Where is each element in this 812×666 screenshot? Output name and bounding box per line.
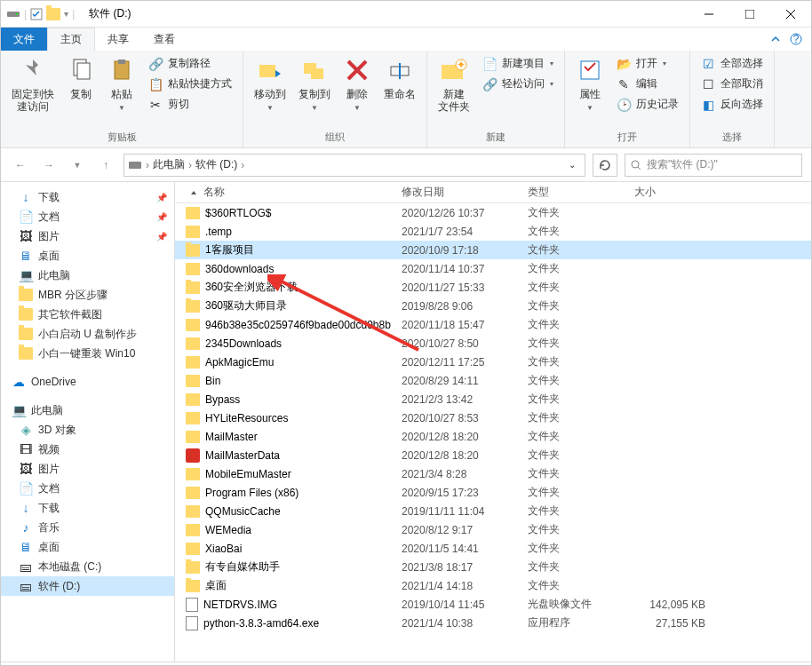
sidebar-this-pc[interactable]: 💻此电脑 xyxy=(1,266,174,285)
paste-button[interactable]: 粘贴 ▼ xyxy=(104,54,139,114)
table-row[interactable]: MailMaster2020/12/8 18:20文件夹 xyxy=(175,427,811,446)
breadcrumb-this-pc[interactable]: 此电脑 xyxy=(153,157,185,172)
chevron-right-icon[interactable]: › xyxy=(241,159,244,171)
table-row[interactable]: MobileEmuMaster2021/3/4 8:28文件夹 xyxy=(175,464,811,483)
sidebar-pictures[interactable]: 🖼图片📌 xyxy=(1,226,174,246)
table-row[interactable]: HYLiteResources2020/10/27 8:53文件夹 xyxy=(175,408,811,427)
file-rows[interactable]: $360RTLOG$2020/12/26 10:37文件夹.temp2021/1… xyxy=(175,203,811,662)
tab-home[interactable]: 主页 xyxy=(47,28,95,51)
file-type: 文件夹 xyxy=(528,429,634,444)
move-to-button[interactable]: 移动到 ▼ xyxy=(251,54,290,114)
delete-button[interactable]: 删除 ▼ xyxy=(339,54,375,114)
sidebar-d-drive[interactable]: 🖴软件 (D:) xyxy=(1,576,174,596)
recent-button[interactable]: ▼ xyxy=(67,155,88,176)
ribbon: 固定到快 速访问 复制 粘贴 ▼ 🔗复制路径 📋粘贴快捷方式 ✂剪切 剪贴板 xyxy=(1,51,811,148)
sidebar-this-pc2[interactable]: 💻此电脑 xyxy=(1,400,174,420)
search-input[interactable]: 搜索"软件 (D:)" xyxy=(625,154,802,177)
table-row[interactable]: .temp2021/1/7 23:54文件夹 xyxy=(175,222,811,241)
sidebar-onedrive[interactable]: ☁OneDrive xyxy=(1,372,174,392)
rename-button[interactable]: 重命名 xyxy=(380,54,419,102)
folder-icon xyxy=(186,375,200,387)
tab-view[interactable]: 查看 xyxy=(141,28,187,51)
tab-file[interactable]: 文件 xyxy=(1,28,47,51)
sidebar-documents2[interactable]: 📄文档 xyxy=(1,479,174,498)
help-icon[interactable]: ? xyxy=(790,33,802,45)
table-row[interactable]: 桌面2021/1/4 14:18文件夹 xyxy=(175,576,811,595)
table-row[interactable]: QQMusicCache2019/11/11 11:04文件夹 xyxy=(175,502,811,520)
properties-button[interactable]: 属性 ▼ xyxy=(572,54,608,114)
table-row[interactable]: 360安全浏览器下载2020/11/27 15:33文件夹 xyxy=(175,278,811,297)
table-row[interactable]: WEMedia2020/8/12 9:17文件夹 xyxy=(175,520,811,539)
chevron-down-icon[interactable]: ⌄ xyxy=(569,160,576,170)
table-row[interactable]: XiaoBai2020/11/5 14:41文件夹 xyxy=(175,539,811,558)
col-date[interactable]: 修改日期 xyxy=(402,185,528,200)
select-all-button[interactable]: ☑全部选择 xyxy=(697,54,767,73)
sidebar[interactable]: ↓下载📌 📄文档📌 🖼图片📌 🖥桌面 💻此电脑 MBR 分区步骤 其它软件截图 … xyxy=(1,182,175,662)
new-folder-button[interactable]: ✦ 新建 文件夹 xyxy=(434,54,474,115)
back-button[interactable]: ← xyxy=(10,155,31,176)
table-row[interactable]: 有专自媒体助手2021/3/8 18:17文件夹 xyxy=(175,558,811,576)
chevron-right-icon[interactable]: › xyxy=(146,159,149,171)
minimize-button[interactable] xyxy=(689,1,729,28)
maximize-button[interactable] xyxy=(729,1,770,28)
table-row[interactable]: Program Files (x86)2020/9/15 17:23文件夹 xyxy=(175,483,811,502)
table-row[interactable]: python-3.8.3-amd64.exe2021/1/4 10:38应用程序… xyxy=(175,614,811,632)
paste-shortcut-button[interactable]: 📋粘贴快捷方式 xyxy=(145,75,235,93)
table-row[interactable]: 946b38e35c0259746f9bade00dcd9b8b2020/11/… xyxy=(175,315,811,334)
table-row[interactable]: 360驱动大师目录2019/8/28 9:06文件夹 xyxy=(175,297,811,315)
copy-to-button[interactable]: 复制到 ▼ xyxy=(295,54,334,114)
table-row[interactable]: 360downloads2020/11/14 10:37文件夹 xyxy=(175,259,811,278)
table-row[interactable]: NETDRVS.IMG2019/10/14 11:45光盘映像文件142,095… xyxy=(175,595,811,614)
open-button[interactable]: 📂打开 ▾ xyxy=(613,54,682,73)
up-button[interactable]: ↑ xyxy=(95,155,116,176)
table-row[interactable]: 2345Downloads2020/10/27 8:50文件夹 xyxy=(175,334,811,353)
sidebar-3d[interactable]: ◈3D 对象 xyxy=(1,420,174,440)
sidebar-xiaobai-boot[interactable]: 小白启动 U 盘制作步 xyxy=(1,324,174,344)
chevron-right-icon[interactable]: › xyxy=(188,159,192,171)
sidebar-documents[interactable]: 📄文档📌 xyxy=(1,207,174,226)
cut-button[interactable]: ✂剪切 xyxy=(145,95,235,114)
col-type[interactable]: 类型 xyxy=(528,185,634,200)
sidebar-music[interactable]: ♪音乐 xyxy=(1,518,174,537)
breadcrumb-drive[interactable]: 软件 (D:) xyxy=(195,157,237,172)
col-size[interactable]: 大小 xyxy=(634,185,723,200)
pin-to-quick-button[interactable]: 固定到快 速访问 xyxy=(8,54,58,115)
edit-button[interactable]: ✎编辑 xyxy=(613,75,682,93)
collapse-ribbon-icon[interactable] xyxy=(770,34,781,44)
refresh-button[interactable] xyxy=(593,154,617,177)
sidebar-xiaobai-reinstall[interactable]: 小白一键重装 Win10 xyxy=(1,344,174,363)
copy-button[interactable]: 复制 xyxy=(63,54,99,102)
file-type: 文件夹 xyxy=(528,224,634,239)
forward-button[interactable]: → xyxy=(38,155,60,176)
table-row[interactable]: Bin2020/8/29 14:11文件夹 xyxy=(175,371,811,390)
new-item-button[interactable]: 📄新建项目 ▾ xyxy=(479,54,557,73)
copy-path-button[interactable]: 🔗复制路径 xyxy=(145,54,235,73)
tab-share[interactable]: 共享 xyxy=(95,28,141,51)
invert-select-button[interactable]: ◧反向选择 xyxy=(697,95,767,114)
table-row[interactable]: ApkMagicEmu2020/12/11 17:25文件夹 xyxy=(175,353,811,371)
select-none-button[interactable]: ☐全部取消 xyxy=(697,75,767,93)
sidebar-downloads2[interactable]: ↓下载 xyxy=(1,498,174,518)
breadcrumb[interactable]: › 此电脑 › 软件 (D:) › ⌄ xyxy=(123,154,585,177)
sidebar-desktop[interactable]: 🖥桌面 xyxy=(1,246,174,266)
easy-access-button[interactable]: 🔗轻松访问 ▾ xyxy=(479,75,557,93)
sidebar-downloads[interactable]: ↓下载📌 xyxy=(1,187,174,207)
sidebar-desktop2[interactable]: 🖥桌面 xyxy=(1,537,174,557)
overflow-icon[interactable]: ▾ xyxy=(64,9,68,19)
sidebar-pictures2[interactable]: 🖼图片 xyxy=(1,459,174,479)
sidebar-c-drive[interactable]: 🖴本地磁盘 (C:) xyxy=(1,557,174,576)
col-name[interactable]: 名称 xyxy=(203,185,225,200)
sidebar-other-sw[interactable]: 其它软件截图 xyxy=(1,305,174,324)
file-type: 文件夹 xyxy=(528,410,634,425)
history-button[interactable]: 🕑历史记录 xyxy=(613,95,682,114)
table-row[interactable]: MailMasterData2020/12/8 18:20文件夹 xyxy=(175,446,811,464)
drive-icon: 🖴 xyxy=(19,579,33,593)
table-row[interactable]: 1客服项目2020/10/9 17:18文件夹 xyxy=(175,241,811,259)
checkbox-icon[interactable] xyxy=(30,8,43,20)
close-button[interactable] xyxy=(770,1,811,28)
table-row[interactable]: $360RTLOG$2020/12/26 10:37文件夹 xyxy=(175,203,811,222)
sidebar-video[interactable]: 🎞视频 xyxy=(1,440,174,459)
sidebar-mbr[interactable]: MBR 分区步骤 xyxy=(1,285,174,305)
file-date: 2021/1/4 10:38 xyxy=(402,617,528,630)
table-row[interactable]: Bypass2021/2/3 13:42文件夹 xyxy=(175,390,811,408)
